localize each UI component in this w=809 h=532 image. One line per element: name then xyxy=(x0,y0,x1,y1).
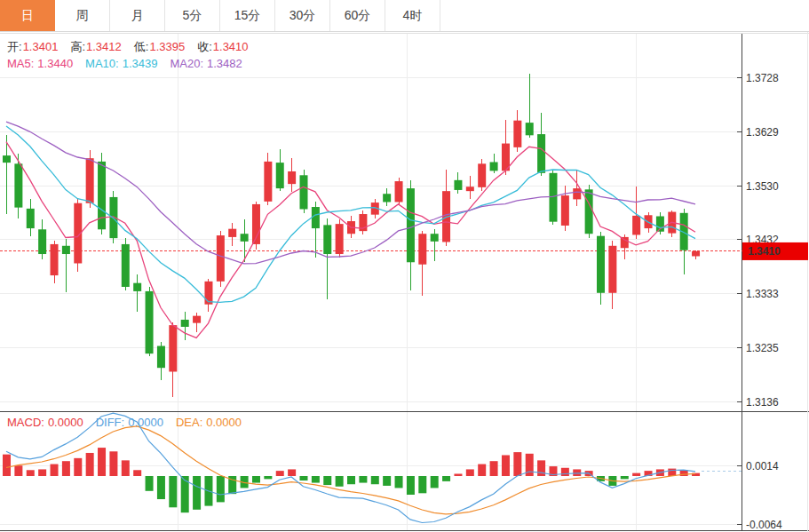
tab-day[interactable]: 日 xyxy=(0,0,55,31)
candle xyxy=(181,320,189,327)
candle xyxy=(3,155,11,163)
candle xyxy=(466,187,474,191)
ohlc-legend: 开:1.3401 高:1.3412 低:1.3395 收:1.3410 xyxy=(7,39,249,55)
candle xyxy=(585,189,593,234)
macd-bar xyxy=(312,476,320,483)
macd-value: MACD:0.0000 xyxy=(7,416,83,429)
candle xyxy=(513,121,521,147)
candle xyxy=(383,194,391,202)
macd-bar xyxy=(157,476,165,499)
macd-bar xyxy=(323,476,331,485)
candle xyxy=(561,195,569,226)
macd-bar xyxy=(621,476,629,479)
macd-bar xyxy=(454,473,462,476)
candle xyxy=(312,207,320,228)
macd-bar xyxy=(3,455,11,476)
tab-4hour[interactable]: 4时 xyxy=(385,0,440,31)
macd-bar xyxy=(383,476,391,486)
macd-bar xyxy=(193,476,201,510)
candle xyxy=(323,225,331,254)
macd-bar xyxy=(407,476,415,495)
macd-bar xyxy=(14,465,22,476)
macd-bar xyxy=(395,476,403,488)
price-axis-label: 1.3333 xyxy=(746,288,779,300)
macd-bar xyxy=(38,469,46,476)
candle xyxy=(621,237,629,248)
tab-week[interactable]: 周 xyxy=(55,0,110,31)
candle xyxy=(169,325,177,371)
candle xyxy=(608,246,616,293)
price-axis-label: 1.3136 xyxy=(746,396,779,409)
ma5-line xyxy=(6,142,695,338)
candle xyxy=(300,175,308,209)
macd-bar xyxy=(276,471,284,476)
macd-bar xyxy=(133,470,141,476)
macd-bar xyxy=(632,473,640,476)
candle xyxy=(193,316,201,323)
macd-bar xyxy=(252,476,260,483)
candle xyxy=(395,181,403,202)
candle xyxy=(573,188,581,199)
macd-bar xyxy=(431,476,439,488)
price-axis-label: 1.3728 xyxy=(746,72,779,84)
candle xyxy=(133,283,141,291)
macd-bar xyxy=(442,476,450,481)
candle xyxy=(62,246,70,254)
candle xyxy=(288,171,296,184)
tab-5min[interactable]: 5分 xyxy=(165,0,220,31)
candle xyxy=(264,162,272,202)
candle xyxy=(86,158,94,203)
ma10-value: MA10:1.3439 xyxy=(85,57,157,70)
candle xyxy=(549,173,557,222)
macd-bar xyxy=(122,460,130,476)
candle xyxy=(51,244,59,275)
tab-60min[interactable]: 60分 xyxy=(330,0,385,31)
candle xyxy=(526,123,534,135)
ma-legend: MA5:1.3440 MA10:1.3439 MA20:1.3482 xyxy=(7,57,242,70)
candle xyxy=(490,163,498,171)
price-axis-label: 1.3629 xyxy=(746,126,779,139)
candle xyxy=(597,236,605,293)
last-price-badge-label: 1.3410 xyxy=(748,245,781,258)
dea-line xyxy=(6,426,695,514)
macd-bar xyxy=(62,461,70,476)
macd-bar xyxy=(300,476,308,480)
tab-month[interactable]: 月 xyxy=(110,0,165,31)
diff-value: DIFF:0.0000 xyxy=(96,416,163,429)
candle xyxy=(632,216,640,235)
macd-bar xyxy=(169,476,177,507)
candle xyxy=(122,244,130,287)
macd-legend: MACD:0.0000 DIFF:0.0000 DEA:0.0000 xyxy=(7,416,242,429)
candle xyxy=(146,291,154,353)
candle xyxy=(692,251,700,257)
macd-bar xyxy=(288,469,296,476)
price-axis-label: 1.3530 xyxy=(746,180,779,193)
close-value: 收:1.3410 xyxy=(197,39,248,55)
macd-bar xyxy=(418,476,426,493)
open-value: 开:1.3401 xyxy=(7,39,58,55)
macd-bar xyxy=(359,476,367,483)
low-value: 低:1.3395 xyxy=(134,39,185,55)
macd-bar xyxy=(217,476,225,502)
macd-bar xyxy=(490,461,498,476)
candle xyxy=(431,234,439,242)
chart-canvas[interactable]: 1.37281.36291.35301.34321.33331.32351.31… xyxy=(0,0,809,532)
candle xyxy=(276,163,284,188)
macd-bar xyxy=(371,476,379,484)
macd-bar xyxy=(109,451,117,476)
tab-30min[interactable]: 30分 xyxy=(275,0,330,31)
candle xyxy=(418,234,426,265)
candle xyxy=(27,209,35,228)
tab-15min[interactable]: 15分 xyxy=(220,0,275,31)
macd-bar xyxy=(478,465,486,476)
macd-bar xyxy=(74,458,82,476)
candle xyxy=(407,188,415,262)
dea-value: DEA:0.0000 xyxy=(176,416,242,429)
ma20-value: MA20:1.3482 xyxy=(170,57,242,70)
macd-axis-label: 0.0014 xyxy=(746,460,779,472)
candle xyxy=(217,235,225,282)
macd-bar xyxy=(86,453,94,476)
high-value: 高:1.3412 xyxy=(70,39,121,55)
price-axis-label: 1.3235 xyxy=(746,342,779,354)
macd-bar xyxy=(502,455,510,476)
